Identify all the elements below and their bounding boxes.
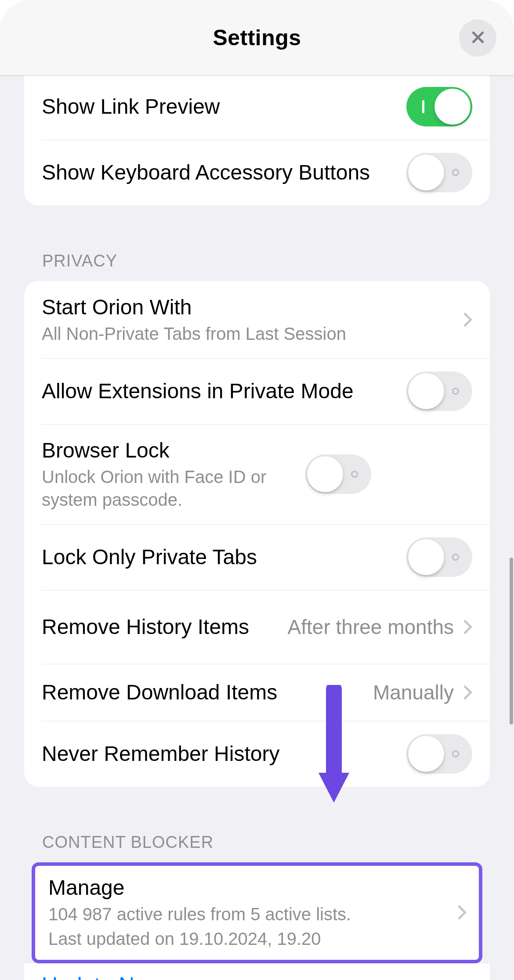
general-group: Show Link Preview Show Keyboard Accessor…: [24, 76, 490, 205]
content-blocker-manage-group: Manage 104 987 active rules from 5 activ…: [32, 862, 482, 963]
row-subtitle: Unlock Orion with Face ID or system pass…: [42, 465, 297, 511]
close-icon: [470, 29, 486, 47]
row-label: Remove History Items: [42, 614, 279, 640]
row-label: Remove Download Items: [42, 679, 364, 706]
row-content-blocker-manage[interactable]: Manage 104 987 active rules from 5 activ…: [35, 866, 479, 960]
row-never-remember-history[interactable]: Never Remember History: [24, 721, 490, 787]
row-subtitle-2: Last updated on 19.10.2024, 19.20: [48, 927, 439, 950]
scrollbar[interactable]: [510, 558, 513, 724]
chevron-right-icon: [463, 619, 472, 635]
privacy-group: Start Orion With All Non-Private Tabs fr…: [24, 281, 490, 787]
row-label: Never Remember History: [42, 741, 398, 767]
toggle-link-preview[interactable]: [406, 87, 472, 126]
chevron-right-icon: [458, 904, 467, 920]
toggle-extensions-private[interactable]: [406, 371, 472, 411]
row-label: Show Keyboard Accessory Buttons: [42, 159, 398, 186]
row-allow-extensions-private[interactable]: Allow Extensions in Private Mode: [24, 358, 490, 424]
row-label: Start Orion With: [42, 294, 445, 321]
toggle-keyboard-accessory[interactable]: [406, 153, 472, 192]
chevron-right-icon: [463, 685, 472, 700]
settings-header: Settings: [0, 0, 514, 76]
row-subtitle: All Non-Private Tabs from Last Session: [42, 322, 445, 345]
toggle-browser-lock[interactable]: [305, 454, 371, 494]
toggle-never-remember-history[interactable]: [406, 734, 472, 774]
chevron-right-icon: [463, 312, 472, 328]
row-remove-download-items[interactable]: Remove Download Items Manually: [24, 664, 490, 721]
toggle-lock-private-only[interactable]: [406, 537, 472, 577]
row-label: Manage: [48, 875, 439, 901]
row-update-now[interactable]: Update Now: [24, 963, 490, 980]
action-label: Update Now: [42, 972, 481, 980]
section-header-privacy: PRIVACY: [0, 252, 514, 270]
close-button[interactable]: [459, 19, 496, 57]
row-keyboard-accessory[interactable]: Show Keyboard Accessory Buttons: [24, 140, 490, 205]
row-start-orion-with[interactable]: Start Orion With All Non-Private Tabs fr…: [24, 281, 490, 358]
row-lock-private-only[interactable]: Lock Only Private Tabs: [24, 524, 490, 590]
row-show-link-preview[interactable]: Show Link Preview: [24, 76, 490, 140]
row-browser-lock[interactable]: Browser Lock Unlock Orion with Face ID o…: [24, 424, 490, 524]
row-label: Allow Extensions in Private Mode: [42, 378, 398, 404]
row-subtitle: 104 987 active rules from 5 active lists…: [48, 903, 439, 926]
row-remove-history-items[interactable]: Remove History Items After three months: [24, 590, 490, 664]
row-label: Lock Only Private Tabs: [42, 544, 398, 570]
content-blocker-actions: Update Now: [24, 963, 490, 980]
row-label: Show Link Preview: [42, 94, 398, 120]
page-title: Settings: [213, 25, 301, 50]
row-value: Manually: [373, 680, 454, 705]
section-header-content-blocker: CONTENT BLOCKER: [0, 833, 514, 852]
row-value: After three months: [288, 614, 454, 640]
row-label: Browser Lock: [42, 437, 297, 464]
